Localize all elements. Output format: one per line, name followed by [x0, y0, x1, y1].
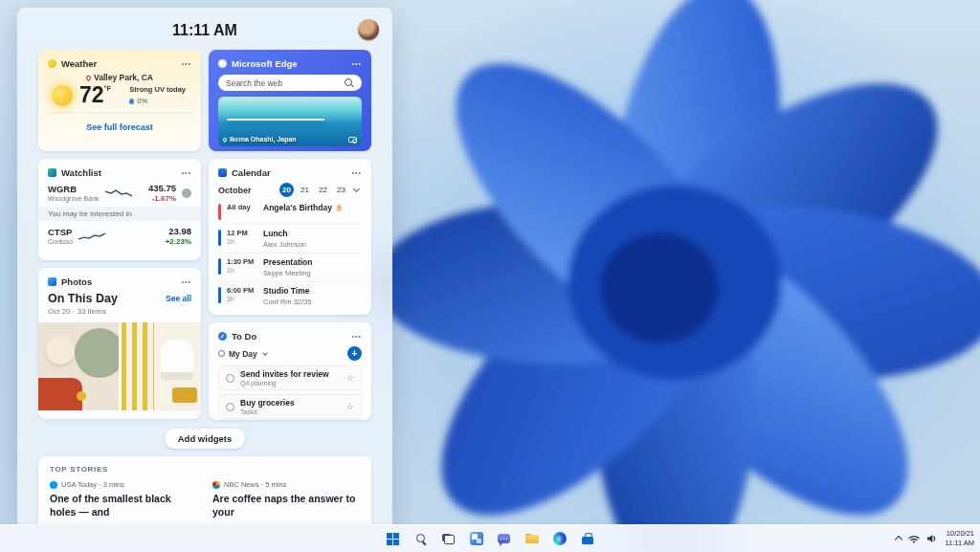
- stock-symbol: WGRB: [48, 184, 100, 194]
- search-placeholder: Search the web: [226, 78, 282, 88]
- watchlist-widget[interactable]: Watchlist ••• WGRB Woodgrove Bank 435.75: [38, 159, 201, 260]
- story-headline: One of the smallest black holes — and: [50, 493, 197, 519]
- photo-thumbnail[interactable]: [122, 322, 202, 410]
- news-story[interactable]: USA Today · 3 mins One of the smallest b…: [50, 480, 197, 519]
- photos-more-button[interactable]: •••: [182, 278, 191, 285]
- photos-heading: On This Day: [48, 292, 118, 305]
- weather-condition: Strong UV today: [129, 85, 186, 94]
- windows-logo-icon: [387, 533, 399, 545]
- taskbar-search-button[interactable]: [410, 528, 432, 550]
- search-icon: [345, 78, 354, 88]
- event-time: 12 PM: [227, 229, 257, 237]
- usa-today-favicon: [50, 481, 57, 489]
- todo-task-row[interactable]: Send invites for review Q4 planning ☆: [218, 365, 362, 390]
- edge-photo[interactable]: Ikema Ohashi, Japan: [218, 97, 362, 146]
- task-title: Send invites for review: [240, 369, 329, 379]
- photos-title: Photos: [61, 276, 92, 287]
- tray-date: 10/20/21: [945, 529, 974, 539]
- event-time: All day: [227, 203, 257, 211]
- chevron-down-icon[interactable]: [353, 186, 360, 192]
- taskbar: 10/20/21 11:11 AM: [0, 524, 980, 552]
- weather-widget[interactable]: Weather ••• Valley Park, CA 72°F Strong: [38, 50, 201, 151]
- folder-icon: [525, 534, 539, 544]
- news-story[interactable]: NBC News · 5 mins Are coffee naps the an…: [212, 480, 360, 519]
- tray-overflow-button[interactable]: [895, 536, 902, 543]
- task-subtitle: Q4 planning: [240, 380, 329, 386]
- widgets-grid: Weather ••• Valley Park, CA 72°F Strong: [38, 50, 371, 420]
- task-star-button[interactable]: ☆: [346, 402, 354, 411]
- task-checkbox[interactable]: [226, 374, 234, 383]
- photos-widget[interactable]: Photos ••• On This Day Oct 20 · 33 items…: [38, 268, 201, 419]
- photo-collage: [38, 322, 201, 410]
- chat-button[interactable]: [493, 528, 515, 550]
- photo-thumbnail[interactable]: [38, 322, 119, 410]
- top-stories-section: TOP STORIES USA Today · 3 mins One of th…: [38, 456, 371, 524]
- widgets-button[interactable]: [465, 528, 487, 550]
- story-headline: Are coffee naps the answer to your: [212, 493, 360, 519]
- nbc-news-favicon: [212, 481, 220, 489]
- todo-more-button[interactable]: •••: [352, 333, 362, 340]
- stock-row[interactable]: CTSP Contoso 23.98 +2.23%: [48, 222, 191, 249]
- stock-price: 23.98: [166, 226, 191, 236]
- watchlist-more-button[interactable]: •••: [182, 169, 191, 176]
- calendar-event[interactable]: 6:00 PM 3h Studio Time Conf Rm 32/35: [218, 281, 362, 310]
- microsoft-store-button[interactable]: [576, 528, 598, 550]
- start-button[interactable]: [382, 528, 404, 550]
- weather-more-button[interactable]: •••: [182, 60, 191, 67]
- task-view-icon: [442, 534, 455, 544]
- chevron-down-icon[interactable]: [262, 350, 268, 356]
- photos-subheading: Oct 20 · 33 items: [48, 307, 118, 316]
- calendar-event[interactable]: 12 PM 1h Lunch Alex Johnson: [218, 224, 362, 253]
- calendar-day[interactable]: 23: [334, 183, 348, 197]
- weather-unit: °F: [104, 84, 112, 93]
- tray-clock[interactable]: 10/20/21 11:11 AM: [945, 529, 974, 548]
- calendar-more-button[interactable]: •••: [352, 169, 362, 176]
- story-source: NBC News · 5 mins: [224, 480, 286, 489]
- event-duration: 1h: [227, 238, 257, 245]
- todo-icon: ✓: [218, 332, 227, 341]
- edge-more-button[interactable]: •••: [352, 60, 362, 67]
- avatar[interactable]: [358, 19, 379, 40]
- see-full-forecast-link[interactable]: See full forecast: [86, 122, 153, 132]
- stock-price: 435.75: [148, 183, 176, 193]
- weather-precip: 0%: [137, 97, 147, 105]
- file-explorer-button[interactable]: [521, 528, 543, 550]
- network-icon[interactable]: [908, 534, 920, 543]
- search-icon: [415, 533, 427, 544]
- calendar-day[interactable]: 22: [316, 183, 330, 197]
- see-all-link[interactable]: See all: [166, 294, 191, 303]
- web-search-input[interactable]: Search the web: [218, 75, 362, 91]
- add-widgets-button[interactable]: Add widgets: [165, 429, 245, 449]
- task-checkbox[interactable]: [226, 403, 234, 411]
- todo-task-row[interactable]: Buy groceries Tasks ☆: [218, 394, 362, 419]
- event-subtitle: Skype Meeting: [263, 269, 313, 277]
- event-title: Lunch: [263, 229, 288, 238]
- task-view-button[interactable]: [437, 528, 459, 550]
- calendar-event[interactable]: All day Angela's Birthday 🎂: [218, 198, 362, 224]
- event-color-bar: [218, 258, 221, 275]
- event-time: 1:30 PM: [227, 257, 257, 266]
- location-pin-icon: [222, 137, 228, 143]
- volume-icon[interactable]: [926, 534, 938, 543]
- event-time: 6:00 PM: [227, 286, 257, 295]
- add-task-button[interactable]: +: [347, 346, 362, 361]
- edge-widget[interactable]: Microsoft Edge ••• Search the web Ikema …: [209, 50, 371, 151]
- panel-header: 11:11 AM: [38, 17, 371, 44]
- calendar-day-selected[interactable]: 20: [279, 183, 294, 197]
- sparkline-chart: [105, 188, 132, 199]
- calendar-event[interactable]: 1:30 PM 1h Presentation Skype Meeting: [218, 253, 362, 281]
- stock-row[interactable]: WGRB Woodgrove Bank 435.75 -1.67%: [48, 179, 191, 206]
- calendar-day[interactable]: 21: [298, 183, 312, 197]
- todo-list-selector[interactable]: My Day: [229, 349, 257, 359]
- weather-title: Weather: [61, 58, 97, 69]
- birthday-cake-icon: 🎂: [335, 204, 344, 211]
- calendar-title: Calendar: [232, 167, 271, 178]
- calendar-widget[interactable]: Calendar ••• October 20 21 22 23: [209, 159, 371, 315]
- task-star-button[interactable]: ☆: [346, 373, 354, 383]
- todo-widget[interactable]: ✓ To Do ••• My Day + Send invites for re…: [209, 322, 371, 420]
- photo-caption: Ikema Ohashi, Japan: [230, 136, 297, 143]
- event-title: Studio Time: [263, 286, 310, 296]
- edge-browser-button[interactable]: [548, 528, 570, 550]
- weather-temperature: 72: [79, 82, 104, 107]
- top-stories-heading: TOP STORIES: [50, 465, 360, 474]
